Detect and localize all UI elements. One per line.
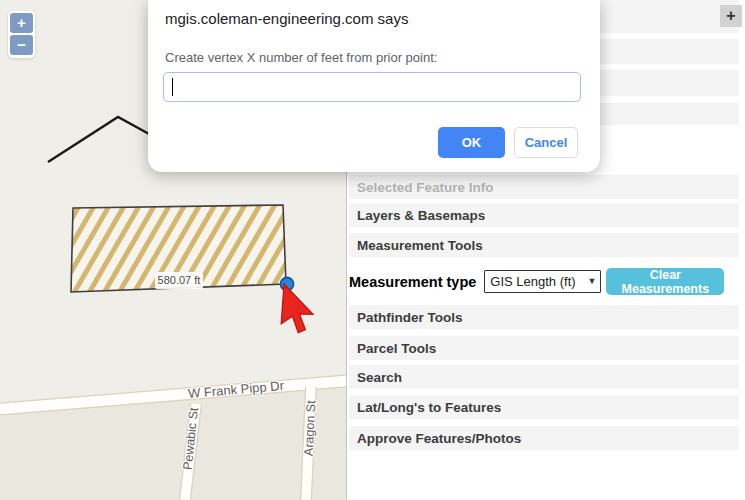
dialog-title: mgis.coleman-engineering.com says <box>165 10 408 27</box>
text-caret <box>172 78 173 96</box>
vertex-feet-input[interactable] <box>163 72 581 102</box>
measurement-tools-content: Measurement type GIS Length (ft) ▼ Clear… <box>347 263 745 300</box>
app-screen: 580.07 ft W Frank Pipp Dr Pewabic St Ara… <box>0 0 745 500</box>
panel-measurement-tools[interactable]: Measurement Tools <box>349 233 739 257</box>
clear-measurements-button[interactable]: Clear Measurements <box>606 268 724 295</box>
cancel-button[interactable]: Cancel <box>514 127 578 158</box>
expand-plus-button[interactable]: + <box>720 5 742 27</box>
measurement-type-select[interactable]: GIS Length (ft) <box>484 270 601 293</box>
panel-parcel-tools[interactable]: Parcel Tools <box>349 336 739 360</box>
panel-pathfinder-tools[interactable]: Pathfinder Tools <box>349 305 739 329</box>
measurement-polyline <box>48 117 160 162</box>
zoom-out-button[interactable]: − <box>10 35 33 55</box>
panel-search[interactable]: Search <box>349 365 739 389</box>
panel-approve-features-photos[interactable]: Approve Features/Photos <box>349 426 739 450</box>
measurement-type-label: Measurement type <box>349 274 476 290</box>
active-vertex-point[interactable] <box>281 278 294 291</box>
dialog-message: Create vertex X number of feet from prio… <box>165 50 437 65</box>
browser-prompt-dialog: mgis.coleman-engineering.com says Create… <box>148 0 600 172</box>
ok-button[interactable]: OK <box>438 127 505 158</box>
measurement-type-select-wrap: GIS Length (ft) ▼ <box>484 270 601 293</box>
panel-latlongs-to-features[interactable]: Lat/Long's to Features <box>349 395 739 419</box>
panel-layers-basemaps[interactable]: Layers & Basemaps <box>349 203 739 227</box>
zoom-in-button[interactable]: + <box>10 13 33 33</box>
map-zoom-control: + − <box>8 11 35 58</box>
measurement-length-badge: 580.07 ft <box>155 272 203 289</box>
panel-selected-feature-info: Selected Feature Info <box>349 175 739 199</box>
